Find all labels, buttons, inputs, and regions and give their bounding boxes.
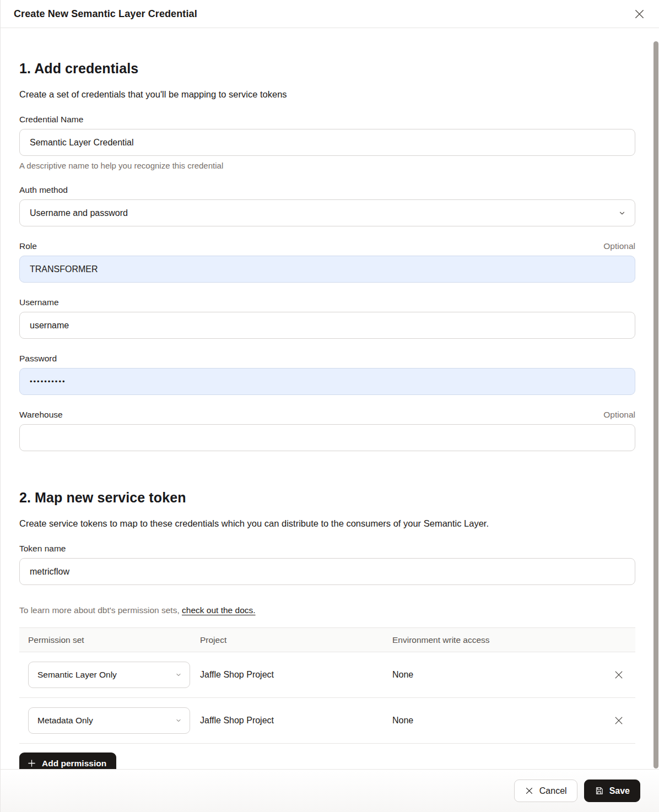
field-token-name: Token name bbox=[19, 544, 635, 585]
permissions-table: Permission set Project Environment write… bbox=[19, 627, 635, 744]
field-auth-method: Auth method Username and password bbox=[19, 185, 635, 226]
cancel-button[interactable]: Cancel bbox=[514, 779, 577, 802]
modal-title: Create New Semantic Layer Credential bbox=[14, 8, 197, 20]
chevron-down-icon bbox=[175, 717, 182, 724]
credential-name-helper: A descriptive name to help you recognize… bbox=[19, 161, 635, 170]
field-username: Username bbox=[19, 297, 635, 339]
close-icon bbox=[633, 8, 646, 20]
field-credential-name: Credential Name A descriptive name to he… bbox=[19, 115, 635, 170]
password-input[interactable] bbox=[19, 368, 635, 395]
modal-footer: Cancel Save bbox=[1, 769, 659, 812]
chevron-down-icon bbox=[618, 209, 626, 217]
permissions-table-header: Permission set Project Environment write… bbox=[19, 627, 635, 652]
plus-icon bbox=[27, 759, 36, 768]
section-description-token: Create service tokens to map to these cr… bbox=[19, 518, 635, 529]
close-icon bbox=[613, 715, 624, 726]
auth-method-label: Auth method bbox=[19, 185, 68, 195]
warehouse-label: Warehouse bbox=[19, 410, 63, 420]
chevron-down-icon bbox=[175, 672, 182, 678]
token-name-input[interactable] bbox=[19, 558, 635, 585]
docs-link[interactable]: check out the docs. bbox=[182, 605, 256, 615]
remove-permission-button[interactable] bbox=[611, 667, 626, 683]
warehouse-input[interactable] bbox=[19, 424, 635, 451]
section-heading-credentials: 1. Add credentials bbox=[19, 61, 635, 77]
section-map-service-token: 2. Map new service token Create service … bbox=[19, 490, 635, 769]
vertical-scrollbar[interactable] bbox=[653, 41, 658, 768]
permission-set-selected-value: Semantic Layer Only bbox=[37, 670, 117, 680]
field-password: Password bbox=[19, 354, 635, 395]
field-role: Role Optional bbox=[19, 241, 635, 283]
project-cell: Jaffle Shop Project bbox=[200, 670, 392, 680]
save-button[interactable]: Save bbox=[584, 779, 640, 802]
add-permission-label: Add permission bbox=[42, 759, 106, 768]
table-row: Semantic Layer Only Jaffle Shop Project … bbox=[19, 652, 635, 698]
password-label: Password bbox=[19, 354, 57, 364]
save-icon bbox=[595, 786, 604, 795]
close-icon bbox=[613, 669, 624, 680]
add-permission-button[interactable]: Add permission bbox=[19, 753, 116, 769]
permission-docs-note: To learn more about dbt's permission set… bbox=[19, 605, 635, 615]
username-label: Username bbox=[19, 297, 59, 307]
modal-header: Create New Semantic Layer Credential bbox=[1, 0, 659, 28]
header-project: Project bbox=[200, 635, 392, 645]
docs-note-prefix: To learn more about dbt's permission set… bbox=[19, 605, 182, 615]
role-optional-tag: Optional bbox=[603, 241, 635, 251]
token-name-label: Token name bbox=[19, 544, 66, 554]
env-write-access-cell: None bbox=[392, 716, 602, 726]
header-permission-set: Permission set bbox=[19, 635, 200, 645]
credential-name-label: Credential Name bbox=[19, 115, 83, 124]
field-warehouse: Warehouse Optional bbox=[19, 410, 635, 451]
save-button-label: Save bbox=[609, 786, 630, 796]
warehouse-optional-tag: Optional bbox=[603, 410, 635, 420]
credential-name-input[interactable] bbox=[19, 129, 635, 156]
section-description-credentials: Create a set of credentials that you'll … bbox=[19, 89, 635, 100]
permission-set-select[interactable]: Metadata Only bbox=[28, 707, 190, 734]
section-heading-token: 2. Map new service token bbox=[19, 490, 635, 506]
env-write-access-cell: None bbox=[392, 670, 602, 680]
project-cell: Jaffle Shop Project bbox=[200, 716, 392, 726]
auth-method-selected-value: Username and password bbox=[30, 208, 128, 218]
role-input[interactable] bbox=[19, 256, 635, 283]
table-row: Metadata Only Jaffle Shop Project None bbox=[19, 698, 635, 744]
role-label: Role bbox=[19, 241, 37, 251]
permission-set-selected-value: Metadata Only bbox=[37, 716, 93, 726]
section-add-credentials: 1. Add credentials Create a set of crede… bbox=[19, 61, 635, 451]
permission-set-select[interactable]: Semantic Layer Only bbox=[28, 662, 190, 688]
header-env-write-access: Environment write access bbox=[392, 635, 602, 645]
modal-body: 1. Add credentials Create a set of crede… bbox=[1, 28, 659, 769]
close-icon bbox=[525, 786, 534, 795]
username-input[interactable] bbox=[19, 312, 635, 339]
cancel-button-label: Cancel bbox=[539, 786, 567, 796]
close-button[interactable] bbox=[631, 6, 647, 21]
remove-permission-button[interactable] bbox=[611, 713, 626, 728]
auth-method-select[interactable]: Username and password bbox=[19, 199, 635, 226]
